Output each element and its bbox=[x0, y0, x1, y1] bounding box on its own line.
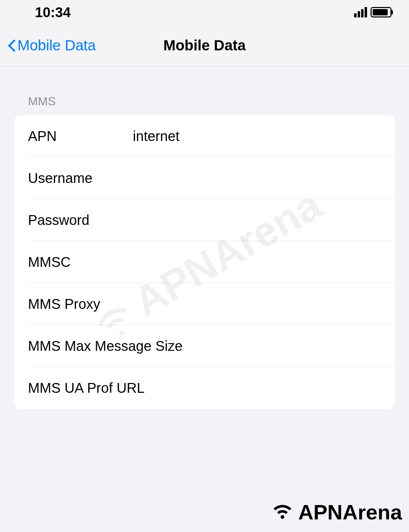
row-password[interactable]: Password bbox=[14, 199, 395, 241]
row-mms-max-message-size[interactable]: MMS Max Message Size bbox=[14, 325, 395, 367]
row-mms-proxy[interactable]: MMS Proxy bbox=[14, 283, 395, 325]
row-mms-ua-prof-url[interactable]: MMS UA Prof URL bbox=[14, 367, 395, 409]
page-title: Mobile Data bbox=[163, 37, 246, 54]
back-button-label: Mobile Data bbox=[17, 37, 96, 54]
svg-point-0 bbox=[281, 515, 285, 519]
input-mms-max-size[interactable] bbox=[182, 338, 395, 354]
navigation-bar: Mobile Data Mobile Data bbox=[0, 24, 409, 66]
input-mms-proxy[interactable] bbox=[133, 296, 395, 312]
watermark-logo: APNArena bbox=[268, 499, 402, 525]
row-label-username: Username bbox=[28, 170, 133, 186]
input-password[interactable] bbox=[133, 212, 395, 228]
status-time: 10:34 bbox=[35, 5, 71, 20]
row-label-mmsc: MMSC bbox=[28, 254, 133, 270]
battery-icon bbox=[371, 7, 392, 17]
input-mms-ua-prof[interactable] bbox=[144, 380, 395, 396]
row-mmsc[interactable]: MMSC bbox=[14, 241, 395, 283]
settings-group-mms: APN Username Password MMSC MMS Proxy MMS… bbox=[14, 115, 395, 409]
status-bar: 10:34 bbox=[0, 0, 409, 24]
row-apn[interactable]: APN bbox=[14, 115, 395, 157]
status-icons bbox=[354, 7, 392, 17]
row-label-mms-proxy: MMS Proxy bbox=[28, 296, 133, 312]
input-apn[interactable] bbox=[133, 128, 395, 144]
wifi-icon bbox=[268, 499, 296, 525]
section-header-mms: MMS bbox=[14, 66, 395, 115]
row-label-apn: APN bbox=[28, 128, 133, 144]
watermark-text: APNArena bbox=[298, 500, 402, 524]
cellular-signal-icon bbox=[354, 7, 367, 17]
row-label-password: Password bbox=[28, 212, 133, 228]
row-label-mms-max-size: MMS Max Message Size bbox=[28, 338, 182, 354]
row-username[interactable]: Username bbox=[14, 157, 395, 199]
content-area: MMS APN Username Password MMSC MMS Proxy… bbox=[0, 66, 409, 409]
input-mmsc[interactable] bbox=[133, 254, 395, 270]
back-button[interactable]: Mobile Data bbox=[7, 37, 96, 54]
input-username[interactable] bbox=[133, 170, 395, 186]
row-label-mms-ua-prof: MMS UA Prof URL bbox=[28, 380, 144, 396]
chevron-left-icon bbox=[7, 38, 17, 52]
